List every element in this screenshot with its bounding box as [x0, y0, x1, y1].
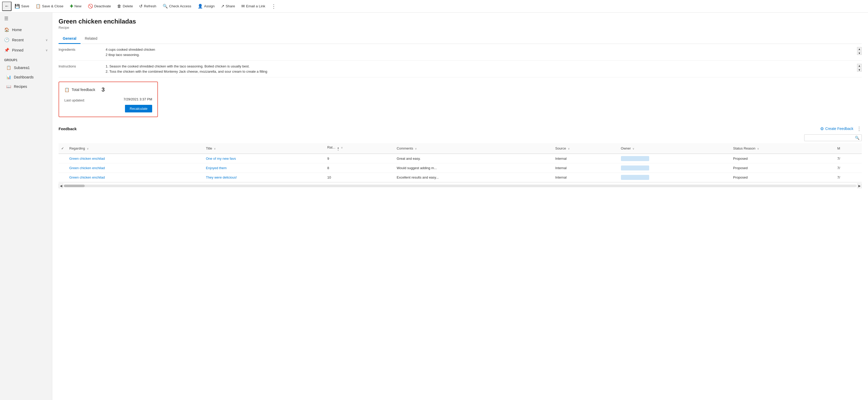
ingredients-value1: 4 cups cooked shredded chicken [105, 47, 855, 52]
row-m: 7/ [835, 154, 862, 163]
horizontal-scrollbar: ◀ ▶ [59, 182, 862, 189]
hamburger-icon: ☰ [4, 16, 8, 21]
row-comments: Would suggest adding m... [394, 163, 552, 173]
ingredients-value2: 2 tbsp taco seasoning. [105, 52, 855, 58]
feedback-count: 3 [101, 86, 104, 93]
instr-scroll-down-icon[interactable]: ▼ [857, 68, 862, 72]
new-icon: ✚ [70, 4, 73, 9]
th-comments[interactable]: Comments ∨ [394, 143, 552, 154]
instr-scroll-up-icon[interactable]: ▲ [857, 64, 862, 67]
sidebar-item-subarea1[interactable]: 📋 Subarea1 [0, 63, 52, 72]
save-button[interactable]: 💾 Save [11, 0, 32, 12]
recalculate-button[interactable]: Recalculate [125, 105, 152, 113]
row-title[interactable]: One of my new favs [203, 154, 324, 163]
refresh-button[interactable]: ↺ Refresh [136, 0, 159, 12]
row-check[interactable] [59, 154, 67, 163]
th-owner[interactable]: Owner ∨ [618, 143, 731, 154]
more-button[interactable]: ⋮ [269, 0, 279, 12]
feedback-search-input[interactable] [807, 136, 855, 140]
row-check[interactable] [59, 173, 67, 182]
row-regarding[interactable]: Green chicken enchilad [67, 163, 203, 173]
row-check[interactable] [59, 163, 67, 173]
row-rating: 8 [325, 163, 394, 173]
regarding-sort-icon: ∨ [87, 147, 89, 150]
th-status-reason[interactable]: Status Reason ∨ [731, 143, 835, 154]
assign-button[interactable]: 👤 Assign [194, 0, 218, 12]
th-check[interactable]: ✓ [59, 143, 67, 154]
group-label: Group1 [0, 55, 52, 63]
record-subtitle: Recipe [59, 26, 862, 30]
hamburger-button[interactable]: ☰ [0, 12, 52, 25]
th-title[interactable]: Title ∨ [203, 143, 324, 154]
row-title[interactable]: They were delicious! [203, 173, 324, 182]
delete-button[interactable]: 🗑 Delete [114, 0, 136, 12]
record-header: Green chicken enchiladas Recipe [59, 18, 862, 30]
th-m: M [835, 143, 862, 154]
more-icon: ⋮ [271, 3, 276, 9]
search-input-wrap: 🔍 [804, 134, 862, 141]
share-button[interactable]: ↗ Share [218, 0, 238, 12]
table-row: Green chicken enchilad They were delicio… [59, 173, 862, 182]
search-icon[interactable]: 🔍 [855, 136, 859, 140]
save-icon: 💾 [14, 4, 20, 9]
instructions-label: Instructions [59, 64, 105, 68]
refresh-icon: ↺ [139, 4, 143, 9]
owner-blurred: ██████████ [621, 156, 649, 161]
deactivate-button[interactable]: 🚫 Deactivate [85, 0, 114, 12]
recent-icon: 🕐 [4, 37, 9, 42]
row-owner: ██████████ [618, 173, 731, 182]
recipes-icon: 📖 [6, 84, 11, 89]
instructions-value2: 2. Toss the chicken with the combined Mo… [105, 69, 855, 74]
row-title[interactable]: Enjoyed them [203, 163, 324, 173]
instructions-value1: 1. Season the cooked shredded chicken wi… [105, 64, 855, 69]
row-comments: Great and easy. [394, 154, 552, 163]
th-rating[interactable]: Rat... ▲ ▼ ∨ [325, 143, 394, 154]
recent-chevron-icon: ∨ [45, 38, 48, 42]
sidebar-item-dashboards[interactable]: 📊 Dashboards [0, 72, 52, 82]
sidebar-item-pinned[interactable]: 📌 Pinned ∨ [0, 45, 52, 55]
instructions-scroll[interactable]: ▲ ▼ [857, 64, 862, 72]
scroll-down-icon[interactable]: ▼ [857, 51, 862, 55]
scroll-up-icon[interactable]: ▲ [857, 47, 862, 51]
scroll-left-button[interactable]: ◀ [59, 184, 63, 188]
sidebar-item-recipes[interactable]: 📖 Recipes [0, 82, 52, 91]
sidebar-item-home[interactable]: 🏠 Home [0, 25, 52, 35]
create-feedback-button[interactable]: ⚙ Create Feedback [820, 126, 854, 131]
sidebar-item-recent[interactable]: 🕐 Recent ∨ [0, 35, 52, 45]
feedback-table: ✓ Regarding ∨ Title ∨ Rat... [59, 143, 862, 182]
share-icon: ↗ [221, 4, 224, 9]
scroll-right-button[interactable]: ▶ [857, 184, 862, 188]
row-m: 7/ [835, 163, 862, 173]
rating-sort-asc-icon: ▲ [337, 147, 339, 149]
create-feedback-icon: ⚙ [820, 126, 824, 131]
feedback-table-wrapper: ✓ Regarding ∨ Title ∨ Rat... [59, 143, 862, 182]
row-source: Internal [553, 154, 618, 163]
select-all-checkbox[interactable]: ✓ [61, 146, 64, 150]
feedback-section-header: Feedback ⚙ Create Feedback ⋮ [59, 125, 862, 132]
feedback-more-button[interactable]: ⋮ [857, 125, 862, 132]
scroll-thumb[interactable] [64, 185, 85, 187]
form-section: Ingredients 4 cups cooked shredded chick… [59, 44, 862, 78]
feedback-card: 📋 Total feedback 3 Last updated: 7/29/20… [59, 82, 158, 117]
check-access-button[interactable]: 🔍 Check Access [159, 0, 194, 12]
row-regarding[interactable]: Green chicken enchilad [67, 154, 203, 163]
pinned-icon: 📌 [4, 48, 9, 53]
row-rating: 10 [325, 173, 394, 182]
table-row: Green chicken enchilad Enjoyed them 8 Wo… [59, 163, 862, 173]
save-close-button[interactable]: 📋 Save & Close [32, 0, 67, 12]
row-regarding[interactable]: Green chicken enchilad [67, 173, 203, 182]
tab-general[interactable]: General [59, 34, 81, 44]
check-access-icon: 🔍 [163, 4, 168, 9]
th-source[interactable]: Source ∨ [553, 143, 618, 154]
back-button[interactable]: ← [2, 2, 11, 11]
new-button[interactable]: ✚ New [67, 0, 85, 12]
th-regarding[interactable]: Regarding ∨ [67, 143, 203, 154]
ingredients-scroll[interactable]: ▲ ▼ [857, 47, 862, 55]
email-link-button[interactable]: ✉ Email a Link [238, 0, 269, 12]
row-status-reason: Proposed [731, 173, 835, 182]
subarea1-icon: 📋 [6, 65, 11, 70]
ingredients-field: 4 cups cooked shredded chicken 2 tbsp ta… [105, 47, 862, 57]
tab-related[interactable]: Related [81, 34, 101, 44]
scroll-track[interactable] [64, 185, 857, 187]
row-comments: Excellent results and easy... [394, 173, 552, 182]
